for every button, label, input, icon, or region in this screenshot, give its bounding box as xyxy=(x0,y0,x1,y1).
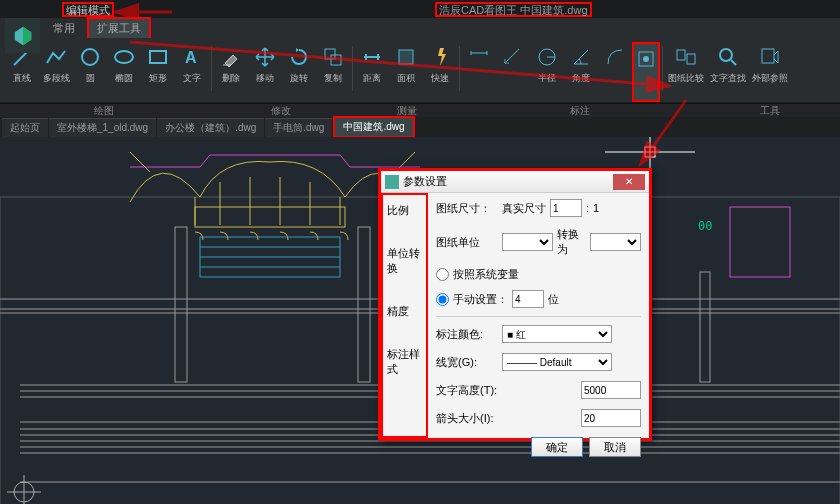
dialog-content: 图纸尺寸： 真实尺寸 : 1 图纸单位 转换为 按照系统变量 xyxy=(428,193,649,438)
separator xyxy=(436,316,641,317)
tool-polyline[interactable]: 多段线 xyxy=(39,42,73,102)
tool-dim3[interactable] xyxy=(598,42,632,102)
tool-delete[interactable]: 删除 xyxy=(214,42,248,102)
textheight-input[interactable] xyxy=(581,381,641,399)
rect-icon xyxy=(145,44,171,70)
tab-file5[interactable]: 中国建筑.dwg xyxy=(333,116,414,138)
radius-icon xyxy=(534,44,560,70)
svg-rect-13 xyxy=(687,54,695,64)
manual-input[interactable] xyxy=(512,290,544,308)
dialog-icon xyxy=(385,175,399,189)
nav-precision[interactable]: 精度 xyxy=(385,300,424,323)
nav-scale[interactable]: 比例 xyxy=(385,199,424,222)
tool-ellipse[interactable]: 椭圆 xyxy=(107,42,141,102)
unit-select[interactable] xyxy=(502,233,553,251)
search-icon xyxy=(715,44,741,70)
wei-label: 位 xyxy=(548,292,559,307)
tool-angle[interactable]: 角度 xyxy=(564,42,598,102)
arrowsize-input[interactable] xyxy=(581,409,641,427)
tool-compare[interactable]: 图纸比较 xyxy=(665,42,707,102)
tab-file3[interactable]: 办公楼（建筑）.dwg xyxy=(157,118,264,137)
app-logo xyxy=(5,18,40,53)
svg-line-15 xyxy=(731,60,736,65)
polyline-icon xyxy=(43,44,69,70)
eraser-icon xyxy=(218,44,244,70)
tool-settings-highlight[interactable] xyxy=(632,42,660,102)
real-size-label: 真实尺寸 xyxy=(502,201,546,216)
ellipse-icon xyxy=(111,44,137,70)
convert-select[interactable] xyxy=(590,233,641,251)
svg-rect-3 xyxy=(150,51,166,63)
titlebar: 编辑模式 浩辰CAD看图王 中国建筑.dwg xyxy=(0,0,840,18)
tool-dim1[interactable] xyxy=(462,42,496,102)
svg-rect-12 xyxy=(677,50,685,60)
tool-findtext[interactable]: 文字查找 xyxy=(707,42,749,102)
tool-radius[interactable]: 半径 xyxy=(530,42,564,102)
unit-label: 图纸单位 xyxy=(436,235,498,250)
nav-unit[interactable]: 单位转换 xyxy=(385,242,424,280)
group-dim: 标注 xyxy=(461,104,699,117)
arc-icon xyxy=(602,44,628,70)
nav-dimstyle[interactable]: 标注样式 xyxy=(385,343,424,381)
app-title: 浩辰CAD看图王 中国建筑.dwg xyxy=(435,2,592,17)
dim2-icon xyxy=(500,44,526,70)
cancel-button[interactable]: 取消 xyxy=(589,437,641,457)
edit-mode-button[interactable]: 编辑模式 xyxy=(62,2,114,17)
dim-icon xyxy=(466,44,492,70)
separator xyxy=(459,46,460,91)
tab-start[interactable]: 起始页 xyxy=(2,118,48,137)
tab-file4[interactable]: 手电筒.dwg xyxy=(265,118,332,137)
svg-point-1 xyxy=(82,49,98,65)
separator xyxy=(662,46,663,91)
ok-button[interactable]: 确定 xyxy=(531,437,583,457)
close-button[interactable]: ✕ xyxy=(613,174,645,190)
tool-copy[interactable]: 复制 xyxy=(316,42,350,102)
color-select[interactable]: ■ 红 xyxy=(502,325,612,343)
size-input1[interactable] xyxy=(550,199,582,217)
size-ratio: 1 xyxy=(593,202,599,214)
file-tabs: 起始页 室外楼梯_1_old.dwg 办公楼（建筑）.dwg 手电筒.dwg 中… xyxy=(0,117,840,137)
svg-point-2 xyxy=(115,51,133,63)
tool-area[interactable]: 面积 xyxy=(389,42,423,102)
quick-icon xyxy=(427,44,453,70)
separator xyxy=(211,46,212,91)
group-tools: 工具 xyxy=(699,104,840,117)
size-label: 图纸尺寸： xyxy=(436,201,498,216)
tool-quick[interactable]: 快速 xyxy=(423,42,457,102)
dialog-titlebar[interactable]: 参数设置 ✕ xyxy=(381,171,649,193)
ribbon: 直线 多段线 圆 椭圆 矩形 A文字 删除 移动 旋转 复制 距离 面积 快速 … xyxy=(0,38,840,103)
sysvar-radio[interactable] xyxy=(436,268,449,281)
svg-text:A: A xyxy=(185,49,197,66)
tool-dim2[interactable] xyxy=(496,42,530,102)
copy-icon xyxy=(320,44,346,70)
svg-rect-16 xyxy=(762,49,774,63)
group-modify: 修改 xyxy=(208,104,353,117)
tab-file2[interactable]: 室外楼梯_1_old.dwg xyxy=(49,118,156,137)
svg-rect-35 xyxy=(730,207,790,277)
angle-icon xyxy=(568,44,594,70)
tool-move[interactable]: 移动 xyxy=(248,42,282,102)
tool-distance[interactable]: 距离 xyxy=(355,42,389,102)
dialog-nav: 比例 单位转换 精度 标注样式 xyxy=(381,193,428,438)
tool-rect[interactable]: 矩形 xyxy=(141,42,175,102)
tool-text[interactable]: A文字 xyxy=(175,42,209,102)
tool-xref[interactable]: 外部参照 xyxy=(749,42,791,102)
menu-tab-extend[interactable]: 扩展工具 xyxy=(87,17,151,40)
dialog-title-text: 参数设置 xyxy=(403,174,447,189)
menu-tab-common[interactable]: 常用 xyxy=(45,19,83,38)
svg-point-11 xyxy=(643,56,649,62)
svg-rect-31 xyxy=(175,227,187,382)
distance-icon xyxy=(359,44,385,70)
dimension-text: 00 xyxy=(698,219,712,233)
text-icon: A xyxy=(179,44,205,70)
separator xyxy=(352,46,353,91)
color-label: 标注颜色: xyxy=(436,327,498,342)
lineweight-select[interactable]: ——— Default xyxy=(502,353,612,371)
circle-icon xyxy=(77,44,103,70)
svg-rect-7 xyxy=(399,50,413,64)
tool-circle[interactable]: 圆 xyxy=(73,42,107,102)
manual-radio[interactable] xyxy=(436,293,449,306)
svg-rect-33 xyxy=(700,272,710,382)
tool-rotate[interactable]: 旋转 xyxy=(282,42,316,102)
svg-rect-6 xyxy=(331,55,341,65)
